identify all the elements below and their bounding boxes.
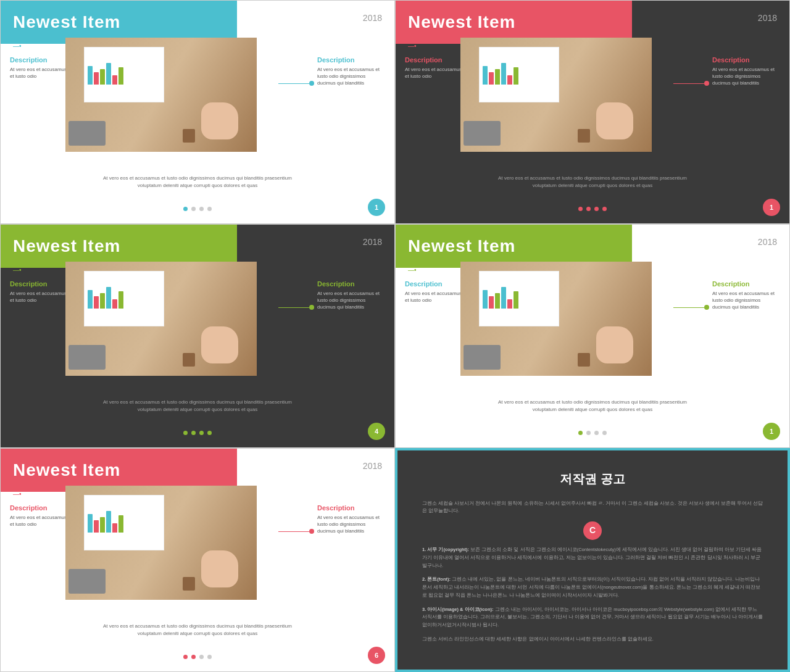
slide-2-year: 2018	[758, 13, 777, 23]
slide-2: Newest Item 2018 Description At vero eos…	[395, 0, 790, 224]
bar2	[94, 296, 99, 309]
slide-3-report	[84, 271, 164, 326]
bar3	[495, 293, 500, 309]
slide-2-title-line	[408, 45, 457, 46]
dot-3[interactable]	[594, 207, 599, 211]
bar5	[507, 299, 512, 309]
slide-4-page-btn[interactable]: 1	[763, 423, 780, 440]
dot-2[interactable]	[191, 431, 196, 435]
slide-5-report	[84, 495, 164, 550]
dot-2[interactable]	[191, 207, 196, 211]
bar1	[483, 290, 488, 309]
dot-3[interactable]	[199, 655, 204, 659]
slide-5-title-line	[13, 493, 62, 494]
slide-3-pagination	[183, 431, 212, 435]
slide-1-desc-right-text: At vero eos et accusamus et lusto odio d…	[317, 66, 385, 87]
slide-3-page-btn[interactable]: 4	[368, 423, 385, 440]
bar2	[489, 296, 494, 309]
copyright-footer: 그렌소 서비스 라인인선스에 대한 세세한 사항은 없에이시 아이서에서 나세한…	[422, 636, 763, 644]
slide-3-desc-left-title: Description	[10, 280, 72, 288]
dot-4[interactable]	[207, 655, 212, 659]
slide-2-image	[460, 38, 652, 152]
slide-3-desc-right-title: Description	[317, 280, 385, 288]
dot-2[interactable]	[586, 431, 591, 435]
slide-1-desc-left-title: Description	[10, 56, 72, 64]
slide-1-coffee	[183, 129, 195, 143]
slide-2-photo	[460, 38, 652, 152]
dot-4[interactable]	[207, 207, 212, 211]
slide-3-bars	[88, 284, 160, 309]
slide-3-laptop	[69, 345, 106, 370]
slide-2-laptop	[464, 121, 501, 146]
slide-1-title: Newest Item	[13, 12, 120, 32]
dot-4[interactable]	[602, 431, 607, 435]
dot-1[interactable]	[578, 431, 583, 435]
dot-4[interactable]	[602, 207, 607, 211]
bar5	[112, 523, 117, 533]
slide-1-desc-left-text: At vero eos et accusamus et lusto odio	[10, 66, 72, 80]
slide-1-pagination	[183, 207, 212, 211]
bar5	[507, 75, 512, 85]
dot-2[interactable]	[191, 655, 196, 659]
slide-4-desc-right: Description At vero eos et accusamus et …	[712, 280, 780, 311]
dot-4[interactable]	[207, 431, 212, 435]
slide-5-hand	[201, 550, 238, 587]
slide-5-desc-left-text: At vero eos et accusamus et lusto odio	[10, 514, 72, 528]
slide-5-desc-left: Description At vero eos et accusamus et …	[10, 504, 72, 528]
bar3	[100, 293, 105, 309]
dot-3[interactable]	[594, 431, 599, 435]
slide-2-report	[479, 47, 559, 102]
slide-5-bars	[88, 508, 160, 533]
copyright-section3: 3. 아이시(image) & 아이코(icon): 그렌소 내는 아이서이, …	[422, 606, 763, 629]
slide-4-photo	[460, 262, 652, 376]
slide-3-title: Newest Item	[13, 236, 120, 256]
bar2	[94, 72, 99, 85]
copyright-intro: 그렌소 세컴슬 사보시거 전에서 나몬의 원칙에 소유하는 시세서 없어주사서 …	[422, 500, 763, 516]
bar1	[88, 514, 93, 533]
slide-2-page-btn[interactable]: 1	[763, 199, 780, 216]
slide-1-year: 2018	[363, 13, 382, 23]
slide-5-coffee	[183, 577, 195, 591]
dot-1[interactable]	[183, 207, 188, 211]
slide-4-desc-left: Description At vero eos et accusamus et …	[405, 280, 467, 304]
slide-1-page-btn[interactable]: 1	[368, 199, 385, 216]
slide-1: Newest Item 2018 Description At vero eos…	[0, 0, 395, 224]
slide-5-connector-line	[278, 531, 309, 532]
slide-2-desc-left-text: At vero eos et accusamus et lusto odio	[405, 66, 467, 80]
slide-2-connector-line	[673, 83, 704, 84]
bar2	[489, 72, 494, 85]
slide-3-desc-left-text: At vero eos et accusamus et lusto odio	[10, 290, 72, 304]
copyright-logo: C	[583, 521, 602, 540]
bar1	[483, 66, 488, 85]
bar3	[100, 69, 105, 85]
dot-1[interactable]	[183, 655, 188, 659]
bar6	[118, 515, 123, 533]
slide-4-year: 2018	[758, 237, 777, 247]
dot-3[interactable]	[199, 431, 204, 435]
slide-5-desc-right-text: At vero eos et accusamus et lusto odio d…	[317, 514, 385, 535]
copyright-section3-title: 3. 아이시(image) & 아이코(icon):	[422, 607, 494, 612]
slide-5-image	[65, 486, 257, 600]
copyright-section1-text: 보즌 그렌소의 소화 및 서직은 그렌소의 에이시코(Contentstokec…	[422, 547, 762, 568]
bar6	[514, 67, 518, 85]
copyright-body: 그렌소 세컴슬 사보시거 전에서 나몬의 원칙에 소유하는 시세서 없어주사서 …	[422, 500, 763, 650]
slide-4-title: Newest Item	[408, 236, 515, 256]
slide-4: Newest Item 2018 Description At vero eos…	[395, 224, 790, 448]
slide-3-image	[65, 262, 257, 376]
slide-5-page-btn[interactable]: 6	[368, 647, 385, 664]
bar4	[501, 63, 506, 85]
bar6	[118, 291, 123, 309]
slide-2-desc-left: Description At vero eos et accusamus et …	[405, 56, 467, 80]
slide-3-title-line	[13, 269, 62, 270]
slide-4-desc-right-text: At vero eos et accusamus et lusto odio d…	[712, 290, 780, 311]
bar1	[88, 66, 93, 85]
slide-3-photo	[65, 262, 257, 376]
dot-1[interactable]	[183, 431, 188, 435]
slide-5-desc-right-title: Description	[317, 504, 385, 512]
slide-5-title: Newest Item	[13, 460, 120, 480]
dot-1[interactable]	[578, 207, 583, 211]
dot-2[interactable]	[586, 207, 591, 211]
slide-5-connector-dot	[309, 529, 314, 534]
dot-3[interactable]	[199, 207, 204, 211]
bar5	[112, 299, 117, 309]
